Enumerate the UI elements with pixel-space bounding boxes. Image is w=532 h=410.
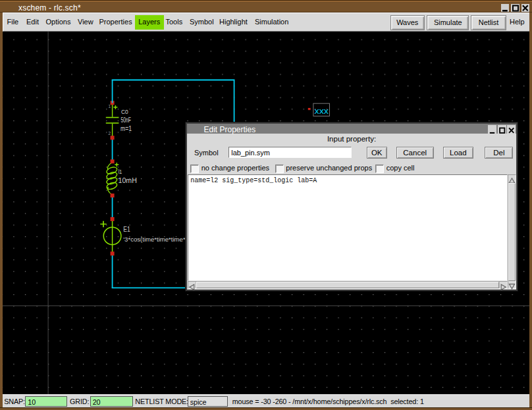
svg-text:50nF: 50nF <box>121 116 132 124</box>
svg-text:10mH: 10mH <box>119 177 137 184</box>
svg-text:C0: C0 <box>121 108 128 115</box>
svg-text:m=1: m=1 <box>120 125 132 132</box>
svg-text:l1: l1 <box>119 167 122 174</box>
svg-text:xxx: xxx <box>315 106 329 116</box>
svg-text:'3*cos(time*time*time*t: '3*cos(time*time*time*t <box>123 235 187 242</box>
svg-text:2: 2 <box>109 130 111 135</box>
svg-text:1: 1 <box>109 104 111 109</box>
svg-text:E1: E1 <box>123 226 130 233</box>
